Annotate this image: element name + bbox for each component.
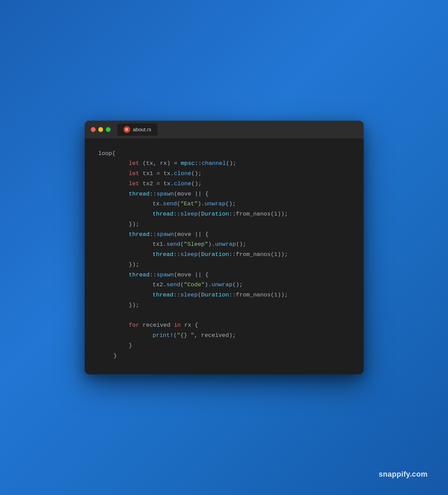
titlebar: R about.rs <box>85 121 364 138</box>
code-line: print!("{} ", received); <box>98 330 350 341</box>
traffic-lights <box>91 127 111 132</box>
code-line: }); <box>98 260 350 270</box>
code-line: for received in rx { <box>98 320 350 330</box>
rust-icon: R <box>123 126 130 133</box>
code-line: }); <box>98 219 350 229</box>
code-line: thread::spawn(move || { <box>98 270 350 280</box>
code-line: thread::spawn(move || { <box>98 229 350 240</box>
code-line: tx1.send("Sleep").unwrap(); <box>98 239 350 250</box>
minimize-button[interactable] <box>98 127 103 132</box>
code-line: let (tx, rx) = mpsc::channel(); <box>98 158 350 169</box>
code-window: R about.rs loop{ let (tx, rx) = mpsc::ch… <box>85 121 364 375</box>
maximize-button[interactable] <box>106 127 111 132</box>
code-line: let tx2 = tx.clone(); <box>98 179 350 189</box>
file-tab-label: about.rs <box>133 126 151 132</box>
code-line: tx2.send("Code").unwrap(); <box>98 280 350 290</box>
code-line: tx.send("Eat").unwrap(); <box>98 199 350 209</box>
watermark: snappify.com <box>379 470 428 479</box>
code-line <box>98 310 350 321</box>
close-button[interactable] <box>91 127 96 132</box>
code-line: }); <box>98 300 350 310</box>
file-tab[interactable]: R about.rs <box>117 123 157 136</box>
code-editor: loop{ let (tx, rx) = mpsc::channel(); le… <box>85 138 364 375</box>
code-line: thread::spawn(move || { <box>98 189 350 199</box>
code-line: thread::sleep(Duration::from_nanos(1)); <box>98 250 350 260</box>
code-line: } <box>98 351 350 361</box>
code-line: } <box>98 341 350 351</box>
code-line: loop{ <box>98 149 350 159</box>
code-line: thread::sleep(Duration::from_nanos(1)); <box>98 290 350 300</box>
code-line: let tx1 = tx.clone(); <box>98 169 350 179</box>
code-line: thread::sleep(Duration::from_nanos(1)); <box>98 209 350 219</box>
